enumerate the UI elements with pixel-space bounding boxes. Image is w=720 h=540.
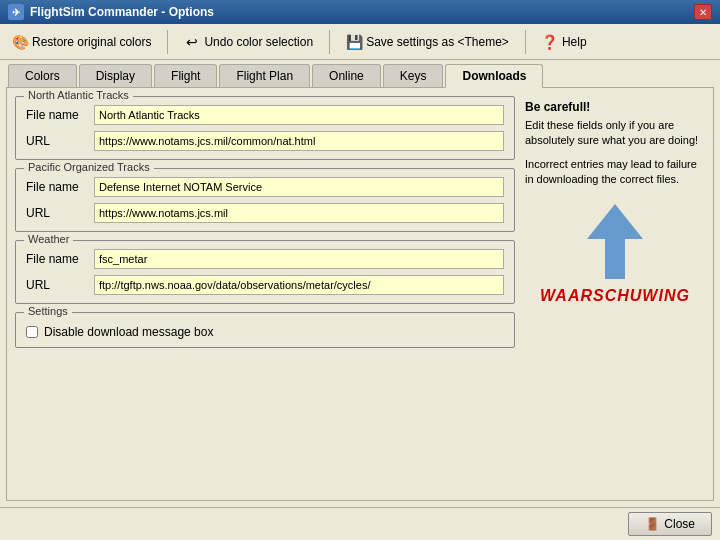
tab-keys[interactable]: Keys bbox=[383, 64, 444, 87]
pacific-filename-label: File name bbox=[26, 180, 86, 194]
disable-download-row: Disable download message box bbox=[26, 325, 504, 339]
pacific-filename-row: File name bbox=[26, 177, 504, 197]
window-close-button[interactable]: ✕ bbox=[694, 4, 712, 20]
edit-fields-text: Edit these fields only if you are absolu… bbox=[525, 118, 705, 149]
restore-colors-button[interactable]: 🎨 Restore original colors bbox=[8, 32, 155, 52]
tab-bar: Colors Display Flight Flight Plan Online… bbox=[0, 60, 720, 87]
north-atlantic-group: North Atlantic Tracks File name URL bbox=[15, 96, 515, 160]
north-atlantic-filename-input[interactable] bbox=[94, 105, 504, 125]
tab-colors[interactable]: Colors bbox=[8, 64, 77, 87]
main-window: Colors Display Flight Flight Plan Online… bbox=[0, 60, 720, 540]
close-button[interactable]: 🚪 Close bbox=[628, 512, 712, 536]
be-careful-text: Be carefull! bbox=[525, 100, 705, 114]
weather-filename-row: File name bbox=[26, 249, 504, 269]
content-area: North Atlantic Tracks File name URL Paci… bbox=[6, 87, 714, 501]
disable-download-checkbox[interactable] bbox=[26, 326, 38, 338]
settings-title: Settings bbox=[24, 305, 72, 317]
bottom-bar: 🚪 Close bbox=[0, 507, 720, 540]
help-button[interactable]: ❓ Help bbox=[538, 32, 591, 52]
weather-url-row: URL bbox=[26, 275, 504, 295]
weather-url-label: URL bbox=[26, 278, 86, 292]
undo-icon: ↩ bbox=[184, 34, 200, 50]
north-atlantic-url-input[interactable] bbox=[94, 131, 504, 151]
help-icon: ❓ bbox=[542, 34, 558, 50]
weather-title: Weather bbox=[24, 233, 73, 245]
toolbar-separator-2 bbox=[329, 30, 330, 54]
right-panel: Be carefull! Edit these fields only if y… bbox=[525, 96, 705, 492]
undo-color-button[interactable]: ↩ Undo color selection bbox=[180, 32, 317, 52]
toolbar: 🎨 Restore original colors ↩ Undo color s… bbox=[0, 24, 720, 60]
pacific-url-input[interactable] bbox=[94, 203, 504, 223]
weather-group: Weather File name URL bbox=[15, 240, 515, 304]
tab-online[interactable]: Online bbox=[312, 64, 381, 87]
disable-download-label: Disable download message box bbox=[44, 325, 213, 339]
weather-url-input[interactable] bbox=[94, 275, 504, 295]
tab-downloads[interactable]: Downloads bbox=[445, 64, 543, 88]
north-atlantic-filename-label: File name bbox=[26, 108, 86, 122]
north-atlantic-title: North Atlantic Tracks bbox=[24, 89, 133, 101]
close-icon: 🚪 bbox=[645, 517, 660, 531]
toolbar-separator-3 bbox=[525, 30, 526, 54]
pacific-filename-input[interactable] bbox=[94, 177, 504, 197]
pacific-title: Pacific Organized Tracks bbox=[24, 161, 154, 173]
window-title: FlightSim Commander - Options bbox=[30, 5, 214, 19]
toolbar-separator-1 bbox=[167, 30, 168, 54]
arrow-wrapper bbox=[525, 204, 705, 279]
north-atlantic-filename-row: File name bbox=[26, 105, 504, 125]
save-icon: 💾 bbox=[346, 34, 362, 50]
tab-flight-plan[interactable]: Flight Plan bbox=[219, 64, 310, 87]
restore-icon: 🎨 bbox=[12, 34, 28, 50]
tab-flight[interactable]: Flight bbox=[154, 64, 217, 87]
tab-display[interactable]: Display bbox=[79, 64, 152, 87]
warning-section: Be carefull! Edit these fields only if y… bbox=[525, 100, 705, 188]
title-bar: ✈ FlightSim Commander - Options ✕ bbox=[0, 0, 720, 24]
warning-arrow-head bbox=[587, 204, 643, 239]
weather-filename-label: File name bbox=[26, 252, 86, 266]
save-theme-button[interactable]: 💾 Save settings as <Theme> bbox=[342, 32, 513, 52]
incorrect-entries-text: Incorrect entries may lead to failure in… bbox=[525, 157, 705, 188]
warning-arrow-shaft bbox=[605, 239, 625, 279]
north-atlantic-url-label: URL bbox=[26, 134, 86, 148]
waarschuwing-text: WAARSCHUWING bbox=[525, 287, 705, 305]
left-panel: North Atlantic Tracks File name URL Paci… bbox=[15, 96, 515, 492]
north-atlantic-url-row: URL bbox=[26, 131, 504, 151]
app-icon: ✈ bbox=[8, 4, 24, 20]
pacific-group: Pacific Organized Tracks File name URL bbox=[15, 168, 515, 232]
weather-filename-input[interactable] bbox=[94, 249, 504, 269]
settings-group: Settings Disable download message box bbox=[15, 312, 515, 348]
pacific-url-label: URL bbox=[26, 206, 86, 220]
pacific-url-row: URL bbox=[26, 203, 504, 223]
